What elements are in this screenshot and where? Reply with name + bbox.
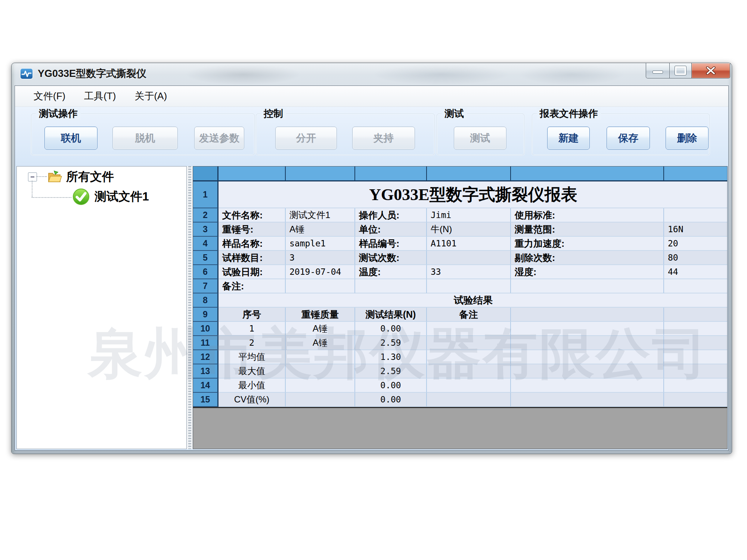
grid-cell[interactable]: 16N bbox=[664, 223, 728, 237]
grid-cell[interactable] bbox=[286, 279, 355, 293]
menu-tools[interactable]: 工具(T) bbox=[84, 90, 116, 103]
row-number[interactable]: 2 bbox=[193, 208, 218, 223]
grid-cell[interactable] bbox=[664, 336, 728, 350]
tree-item-all-files-label[interactable]: 所有文件 bbox=[66, 169, 114, 185]
new-button[interactable]: 新建 bbox=[547, 127, 590, 150]
grid-cell[interactable]: 2.59 bbox=[355, 364, 427, 379]
column-header[interactable] bbox=[427, 167, 511, 181]
grid-cell[interactable]: 操作人员: bbox=[355, 208, 427, 223]
column-header[interactable] bbox=[511, 167, 664, 181]
minimize-button[interactable] bbox=[646, 63, 670, 78]
grid-cell[interactable] bbox=[664, 308, 728, 322]
grid-cell[interactable] bbox=[664, 364, 728, 379]
grid-cell[interactable] bbox=[511, 322, 664, 336]
grid-cell[interactable] bbox=[286, 350, 355, 364]
grid-cell[interactable] bbox=[511, 308, 664, 322]
grid-cell[interactable] bbox=[286, 364, 355, 379]
row-number[interactable]: 12 bbox=[193, 350, 218, 364]
grid-cell[interactable]: Jimi bbox=[427, 208, 511, 223]
grid-cell[interactable] bbox=[427, 336, 511, 350]
grid-cell[interactable]: 试验日期: bbox=[218, 265, 286, 279]
grid-cell[interactable]: 最大值 bbox=[218, 364, 286, 379]
delete-button[interactable]: 删除 bbox=[666, 127, 709, 150]
grid-cell[interactable] bbox=[427, 279, 511, 293]
grid-cell[interactable] bbox=[286, 379, 355, 393]
grid-cell[interactable]: A锤 bbox=[286, 322, 355, 336]
grid-cell[interactable]: 20 bbox=[664, 237, 728, 251]
grid-cell[interactable] bbox=[664, 350, 728, 364]
grid-cell[interactable] bbox=[664, 379, 728, 393]
row-number[interactable]: 11 bbox=[193, 336, 218, 350]
grid-cell[interactable]: 1 bbox=[218, 322, 286, 336]
grid-corner-cell[interactable] bbox=[193, 167, 218, 181]
row-number[interactable]: 1 bbox=[193, 181, 218, 208]
menu-file[interactable]: 文件(F) bbox=[34, 90, 65, 103]
row-number[interactable]: 3 bbox=[193, 223, 218, 237]
tree-item-test-file[interactable]: 测试文件1 bbox=[72, 187, 149, 206]
grid-cell[interactable]: CV值(%) bbox=[218, 393, 286, 407]
grid-cell[interactable]: sample1 bbox=[286, 237, 355, 251]
grid-cell[interactable]: A锤 bbox=[286, 223, 355, 237]
grid-cell[interactable]: 2.59 bbox=[355, 336, 427, 350]
row-number[interactable]: 7 bbox=[193, 279, 218, 293]
grid-cell[interactable] bbox=[427, 322, 511, 336]
grid-cell[interactable]: 2 bbox=[218, 336, 286, 350]
grid-cell[interactable]: 使用标准: bbox=[511, 208, 664, 223]
grid-cell[interactable] bbox=[286, 393, 355, 407]
column-header[interactable] bbox=[355, 167, 427, 181]
grid-cell[interactable] bbox=[664, 279, 728, 293]
grid-cell[interactable] bbox=[511, 379, 664, 393]
row-number[interactable]: 13 bbox=[193, 364, 218, 379]
grid-cell[interactable] bbox=[511, 393, 664, 407]
grid-cell[interactable]: 剔除次数: bbox=[511, 251, 664, 265]
close-button[interactable] bbox=[691, 63, 730, 78]
title-bar[interactable]: YG033E型数字式撕裂仪 bbox=[12, 63, 732, 85]
grid-cell[interactable]: 测试文件1 bbox=[286, 208, 355, 223]
save-button[interactable]: 保存 bbox=[607, 127, 650, 150]
grid-cell[interactable] bbox=[664, 322, 728, 336]
row-number[interactable]: 6 bbox=[193, 265, 218, 279]
grid-cell[interactable]: A1101 bbox=[427, 237, 511, 251]
grid-cell[interactable] bbox=[427, 364, 511, 379]
column-header[interactable] bbox=[664, 167, 728, 181]
tree-item-test-file-label[interactable]: 测试文件1 bbox=[94, 189, 149, 205]
grid-cell[interactable]: 测试结果(N) bbox=[355, 308, 427, 322]
grid-cell[interactable] bbox=[511, 336, 664, 350]
row-number[interactable]: 5 bbox=[193, 251, 218, 265]
grid-cell[interactable]: 湿度: bbox=[511, 265, 664, 279]
row-number[interactable]: 10 bbox=[193, 322, 218, 336]
grid-cell[interactable]: 0.00 bbox=[355, 379, 427, 393]
row-number[interactable]: 8 bbox=[193, 293, 218, 308]
grid-cell[interactable] bbox=[664, 208, 728, 223]
grid-cell[interactable]: 牛(N) bbox=[427, 223, 511, 237]
grid-cell[interactable]: 测量范围: bbox=[511, 223, 664, 237]
grid-cell[interactable]: 2019-07-04 bbox=[286, 265, 355, 279]
grid-cell[interactable] bbox=[427, 379, 511, 393]
column-header[interactable] bbox=[218, 167, 286, 181]
row-number[interactable]: 15 bbox=[193, 393, 218, 407]
column-header[interactable] bbox=[286, 167, 355, 181]
maximize-button[interactable] bbox=[669, 63, 692, 78]
tree-collapse-toggle[interactable] bbox=[28, 172, 37, 181]
grid-cell[interactable] bbox=[511, 350, 664, 364]
menu-about[interactable]: 关于(A) bbox=[134, 90, 167, 103]
grid-cell[interactable]: 试样数目: bbox=[218, 251, 286, 265]
splitter-handle[interactable] bbox=[187, 166, 193, 449]
grid-cell[interactable]: 重力加速度: bbox=[511, 237, 664, 251]
grid-cell[interactable]: 测试次数: bbox=[355, 251, 427, 265]
grid-cell[interactable]: 文件名称: bbox=[218, 208, 286, 223]
grid-cell[interactable] bbox=[427, 350, 511, 364]
grid-cell[interactable]: 样品名称: bbox=[218, 237, 286, 251]
grid-cell[interactable]: 0.00 bbox=[355, 393, 427, 407]
grid-cell[interactable]: 序号 bbox=[218, 308, 286, 322]
row-number[interactable]: 9 bbox=[193, 308, 218, 322]
grid-cell[interactable] bbox=[511, 279, 664, 293]
grid-cell[interactable]: 3 bbox=[286, 251, 355, 265]
grid-cell[interactable]: 重锤号: bbox=[218, 223, 286, 237]
grid-cell[interactable] bbox=[664, 393, 728, 407]
grid-cell[interactable]: 样品编号: bbox=[355, 237, 427, 251]
grid-cell[interactable] bbox=[427, 251, 511, 265]
grid-cell[interactable]: 最小值 bbox=[218, 379, 286, 393]
row-number[interactable]: 14 bbox=[193, 379, 218, 393]
grid-cell[interactable] bbox=[511, 364, 664, 379]
